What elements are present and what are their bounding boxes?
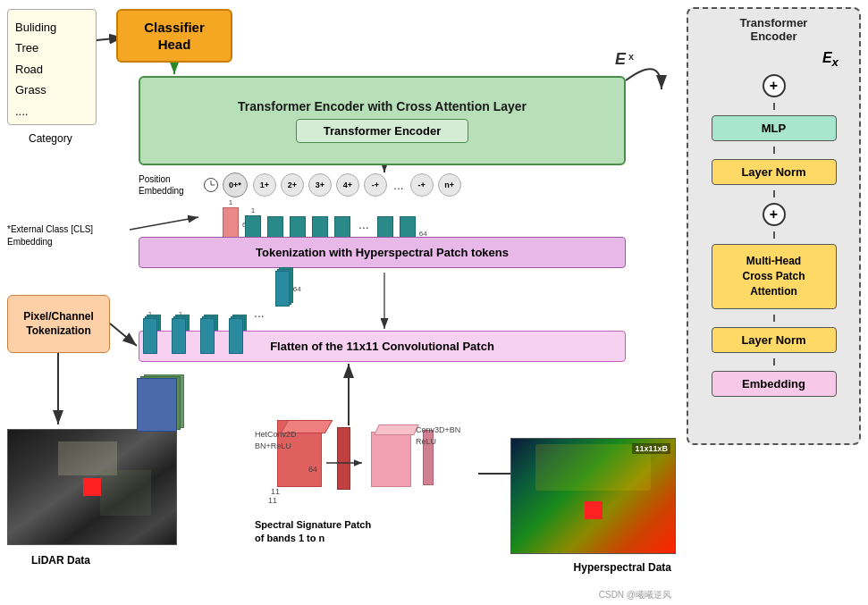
- pos-embed-line1: Position: [139, 173, 201, 185]
- td-connector-5: [773, 315, 775, 322]
- td-layernorm-top: Layer Norm: [712, 159, 837, 185]
- hyperspectral-red-marker: [585, 501, 603, 519]
- transformer-detail-title: Transformer Encoder: [695, 16, 852, 43]
- pos-embed-line2: Embedding: [139, 185, 201, 197]
- token-2: 2+: [281, 173, 304, 197]
- external-class-line2: Embedding: [7, 236, 93, 248]
- position-embedding-label: Position Embedding: [139, 173, 201, 197]
- token-1: 1+: [253, 173, 276, 197]
- dots-3: ...: [254, 306, 265, 320]
- position-embedding-row: Position Embedding 0+* 1+ 2+ 3+ 4+ -+ ..…: [139, 172, 626, 197]
- spectral-signature-label: Spectral Signature Patch of bands 1 to n: [255, 518, 371, 546]
- main-container: E x Buliding Tree Road Grass .... Catego…: [0, 0, 868, 605]
- patch-block-0: 1: [143, 310, 157, 354]
- td-connector-6: [773, 358, 775, 366]
- lidar-label: LiDAR Data: [31, 554, 90, 567]
- classifier-head-line2: Head: [144, 36, 205, 54]
- patch-block-2: [200, 318, 215, 354]
- spectral-sig-line2: of bands 1 to n: [255, 532, 371, 545]
- token-dash2: -+: [410, 173, 434, 197]
- teca-box: Transformer Encoder with Cross Attention…: [139, 76, 626, 165]
- hetconv-arrow: [326, 454, 371, 472]
- lidar-image: [7, 429, 177, 545]
- token-4: 4+: [336, 173, 359, 197]
- watermark: CSDN @曦曦逆风: [599, 589, 671, 601]
- td-connector-4: [773, 231, 775, 239]
- td-plus-bottom: +: [763, 203, 786, 226]
- external-class-line1: *External Class [CLS]: [7, 223, 93, 236]
- spectral-dim-11-1: 11: [271, 487, 280, 496]
- tokenization-box: Tokenization with Hyperspectral Patch to…: [139, 237, 626, 268]
- category-item-4: Grass: [15, 80, 88, 100]
- te-inner-box: Transformer Encoder: [296, 119, 469, 143]
- svg-text:x: x: [628, 51, 635, 62]
- patch-block-3: [229, 318, 243, 354]
- td-ex-output-label: Ex: [822, 50, 839, 69]
- lidar-red-marker: [83, 478, 101, 496]
- dots-1: ...: [393, 178, 404, 192]
- td-connector-1: [773, 103, 775, 110]
- td-connector-3: [773, 190, 775, 197]
- td-layernorm-bottom: Layer Norm: [712, 327, 837, 353]
- classifier-head-box: Classifier Head: [116, 9, 232, 63]
- td-mlp-box: MLP: [712, 115, 837, 141]
- category-item-5: ....: [15, 101, 88, 122]
- pixel-channel-tokenization: Pixel/Channel Tokenization: [7, 295, 110, 353]
- token-n: n+: [438, 173, 461, 197]
- clock-icon: [204, 178, 218, 192]
- td-plus-top: +: [763, 74, 786, 97]
- conv3d-label: Conv3D+BN ReLU: [416, 424, 460, 447]
- category-item-2: Tree: [15, 38, 88, 58]
- spectral-dim-64: 64: [308, 465, 317, 474]
- token-dash1: -+: [364, 173, 387, 197]
- classifier-head-line1: Classifier: [144, 19, 205, 37]
- svg-text:E: E: [615, 50, 627, 68]
- spectral-sig-line1: Spectral Signature Patch: [255, 518, 371, 532]
- category-box: Buliding Tree Road Grass ....: [7, 9, 97, 125]
- td-mhca-box: Multi-Head Cross Patch Attention: [712, 244, 837, 308]
- svg-line-8: [110, 324, 137, 346]
- teca-title: Transformer Encoder with Cross Attention…: [238, 99, 527, 113]
- category-item-1: Buliding: [15, 17, 88, 38]
- flatten-label: Flatten of the 11x11 Convolutional Patch: [270, 340, 494, 353]
- dots-2: ...: [358, 217, 369, 231]
- transformer-detail-box: Transformer Encoder Ex + MLP Layer Norm …: [687, 7, 861, 445]
- tokenization-label: Tokenization with Hyperspectral Patch to…: [256, 246, 509, 259]
- category-label: Category: [29, 132, 72, 145]
- hyperspectral-image: 11x11xB: [510, 438, 676, 554]
- patch-block-1: 1: [172, 310, 186, 354]
- pct-line2: Tokenization: [23, 324, 94, 339]
- hyperspectral-label: Hyperspectral Data: [574, 561, 671, 574]
- category-item-3: Road: [15, 59, 88, 80]
- token-3: 3+: [308, 173, 332, 197]
- spectral-dim-11-2: 11: [268, 496, 277, 505]
- transformer-detail-inner: Ex + MLP Layer Norm + Multi-Head Cross P…: [695, 50, 852, 397]
- pct-line1: Pixel/Channel: [23, 310, 94, 324]
- td-embedding-box: Embedding: [712, 371, 837, 397]
- external-class-label: *External Class [CLS] Embedding: [7, 223, 93, 248]
- bands-label: 11x11xB: [632, 443, 670, 454]
- spectral-signature-area: 11 64 11 HetConv2D BN+ReLU: [255, 420, 487, 559]
- token-0: 0+*: [223, 172, 248, 197]
- td-connector-2: [773, 147, 775, 154]
- hetconv-label: HetConv2D BN+ReLU: [255, 429, 297, 451]
